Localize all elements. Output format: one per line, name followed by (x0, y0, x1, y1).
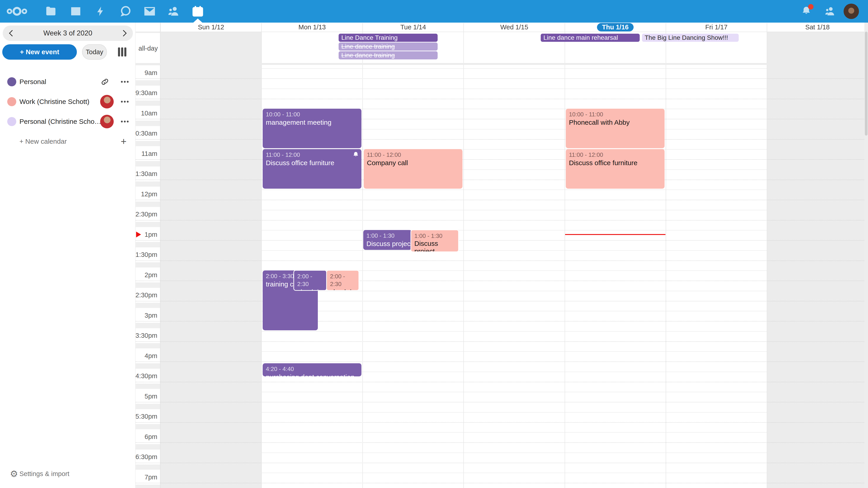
column-border (160, 23, 161, 488)
event-purchasing-dept-conversation[interactable]: 4:20 - 4:40 purchasing dept conversation (263, 363, 362, 377)
grid-line (160, 331, 868, 332)
grid-line (160, 473, 868, 473)
scrollbar-thumb[interactable] (865, 32, 868, 135)
column-border (565, 23, 565, 488)
all-day-event-cancelled[interactable]: Line dance training (339, 42, 438, 51)
day-header-tue[interactable]: Tue 1/14 (363, 23, 464, 32)
mail-icon[interactable] (138, 0, 161, 23)
nextcloud-calendar-app: Week 3 of 2020 + New event Today Persona… (0, 0, 868, 488)
day-header-sat[interactable]: Sat 1/18 (767, 23, 868, 32)
nextcloud-logo[interactable] (6, 0, 28, 23)
grid-line-dotted (135, 78, 868, 79)
notification-badge (808, 4, 813, 9)
day-label: Tue 1/14 (400, 24, 426, 31)
calendar-menu-icon[interactable] (120, 117, 130, 127)
grid-line (160, 412, 868, 413)
grid-line-dotted (135, 382, 868, 382)
grid-line-dotted (135, 402, 868, 402)
today-button[interactable]: Today (82, 44, 107, 60)
time-label: 10am (135, 106, 160, 121)
day-header-mon[interactable]: Mon 1/13 (261, 23, 363, 32)
event-discuss-office-furniture-thu[interactable]: 11:00 - 12:00 Discuss office furniture (566, 149, 664, 189)
grid-line (160, 89, 868, 89)
photos-icon[interactable] (64, 0, 87, 23)
grid-line-dotted (135, 119, 868, 119)
new-event-button[interactable]: + New event (2, 44, 77, 60)
day-header-wed[interactable]: Wed 1/15 (464, 23, 565, 32)
time-label: 1:30pm (135, 248, 160, 262)
notifications-bell-icon[interactable] (795, 0, 817, 23)
user-avatar[interactable] (844, 4, 859, 19)
grid-line-dotted (135, 159, 868, 160)
time-label: 2pm (135, 267, 160, 283)
day-label: Mon 1/13 (298, 24, 326, 31)
grid-line-dotted (135, 260, 868, 261)
vertical-scrollbar[interactable] (864, 23, 868, 488)
settings-import-button[interactable]: ⚙ Settings & import (0, 466, 135, 482)
activity-icon[interactable] (89, 0, 112, 23)
new-calendar-button[interactable]: + New calendar + (0, 131, 135, 151)
all-day-event[interactable]: Line Dance Training (339, 34, 438, 42)
event-company-call[interactable]: 11:00 - 12:00 Company call (364, 149, 463, 189)
event-check-in[interactable]: 2:00 - 2:30 check-in (326, 270, 359, 291)
previous-week-button[interactable] (5, 27, 18, 39)
event-check-in[interactable]: 2:00 - 2:30 check-in (293, 270, 327, 291)
all-day-event[interactable]: The Big Line Dancing Show!!! (642, 34, 739, 42)
grid-line (160, 453, 868, 453)
grid-line-dotted (135, 361, 868, 362)
view-toggle-icon[interactable] (118, 47, 127, 57)
grid-line-dotted (135, 200, 868, 200)
column-border (261, 23, 262, 488)
next-week-button[interactable] (118, 27, 131, 39)
grid-line (160, 230, 868, 230)
time-gutter: all-day 9am9:30am10am10:30am11am11:30am1… (135, 23, 160, 488)
week-navigation: Week 3 of 2020 (3, 26, 133, 41)
event-discuss-project-announcement[interactable]: 1:00 - 1:30 Discuss project announcement (363, 230, 412, 250)
all-day-event-cancelled[interactable]: Line dance training (339, 51, 438, 59)
calendar-color-dot (7, 97, 16, 106)
files-icon[interactable] (39, 0, 62, 23)
calendar-item-personal-christine[interactable]: Personal (Christine Scho… (0, 111, 135, 131)
week-label[interactable]: Week 3 of 2020 (43, 29, 92, 37)
day-header-thu[interactable]: Thu 1/16 (565, 23, 666, 32)
contacts-icon[interactable] (162, 0, 185, 23)
grid-line-dotted (135, 301, 868, 301)
time-label: 10:30am (135, 126, 160, 141)
current-time-arrow (136, 232, 141, 237)
today-pill: Thu 1/16 (597, 23, 633, 31)
column-border (463, 23, 464, 488)
day-label: Fri 1/17 (705, 24, 727, 31)
day-header-fri[interactable]: Fri 1/17 (666, 23, 767, 32)
calendar-item-personal[interactable]: Personal (0, 72, 135, 92)
calendar-color-dot (7, 77, 16, 86)
time-label: 6:30pm (135, 450, 160, 464)
all-day-label: all-day (135, 33, 160, 64)
calendar-menu-icon[interactable] (120, 97, 130, 107)
grid-line (160, 351, 868, 352)
christine-avatar (100, 95, 114, 108)
column-border (666, 23, 666, 488)
time-label: 3pm (135, 308, 160, 323)
talk-icon[interactable] (114, 0, 137, 23)
time-label: 12pm (135, 187, 160, 201)
time-label: 4:30pm (135, 369, 160, 384)
day-label: Sat 1/18 (805, 24, 830, 31)
grid-line-dotted (135, 483, 868, 483)
contacts-menu-icon[interactable] (819, 0, 841, 23)
share-link-icon[interactable] (99, 76, 110, 87)
grid-line (160, 190, 868, 190)
event-discuss-office-furniture[interactable]: 11:00 - 12:00 Discuss office furniture (263, 149, 362, 189)
calendar-menu-icon[interactable] (120, 77, 130, 87)
event-discuss-project-announcement[interactable]: 1:00 - 1:30 Discuss project announcement (410, 230, 459, 252)
all-day-event[interactable]: Line dance main rehearsal (541, 34, 640, 42)
event-phonecall-with-abby[interactable]: 10:00 - 11:00 Phonecall with Abby (566, 109, 664, 148)
time-label: 11:30am (135, 166, 160, 182)
grid-line (160, 432, 868, 433)
time-label: 5:30pm (135, 409, 160, 424)
grid-line (160, 392, 868, 392)
day-label: Sun 1/12 (198, 24, 224, 31)
day-header-sun[interactable]: Sun 1/12 (160, 23, 261, 32)
calendar-item-work-christine[interactable]: Work (Christine Schott) (0, 92, 135, 111)
time-label: 3:30pm (135, 328, 160, 343)
event-management-meeting[interactable]: 10:00 - 11:00 management meeting (263, 109, 362, 148)
